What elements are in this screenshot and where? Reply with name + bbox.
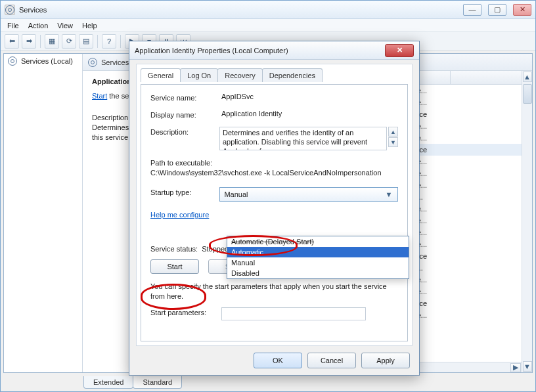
menu-file[interactable]: File [7, 22, 19, 30]
minimize-button[interactable]: — [463, 4, 481, 16]
description-box[interactable]: Determines and verifies the identity of … [219, 127, 387, 150]
apply-button[interactable]: Apply [361, 353, 410, 368]
ok-button[interactable]: OK [254, 353, 302, 368]
col-spacer [451, 71, 461, 84]
tab-dependencies[interactable]: Dependencies [262, 68, 323, 82]
startup-type-dropdown[interactable]: Automatic (Delayed Start) Automatic Manu… [227, 236, 409, 279]
gear-icon [8, 56, 17, 66]
value-service-status: Stopped [202, 245, 229, 253]
menu-help[interactable]: Help [82, 22, 97, 30]
label-start-params: Start parameters: [150, 307, 221, 316]
scroll-down-icon[interactable]: ▼ [523, 361, 532, 372]
toolbar-help-icon[interactable]: ? [102, 34, 116, 49]
label-description: Description: [150, 127, 219, 136]
toolbar-export-icon[interactable]: ▤ [79, 34, 93, 49]
start-link[interactable]: Start [92, 92, 107, 100]
window-title: Services [19, 6, 47, 14]
label-path: Path to executable: [150, 158, 398, 168]
label-service-name: Service name: [150, 93, 221, 102]
tab-recovery[interactable]: Recovery [217, 68, 262, 82]
dialog-close-button[interactable]: ✕ [385, 44, 414, 57]
left-nav: Services (Local) [4, 54, 83, 372]
close-button[interactable]: ✕ [513, 4, 531, 16]
toolbar-refresh-icon[interactable]: ⟳ [62, 34, 76, 49]
general-panel: Service name: AppIDSvc Display name: App… [141, 84, 408, 341]
pane-title: Services [101, 58, 129, 66]
dialog-titlebar: Application Identity Properties (Local C… [129, 41, 419, 60]
detail-desc-label: Description: [92, 114, 130, 121]
scroll-track[interactable] [523, 83, 532, 360]
properties-dialog: Application Identity Properties (Local C… [129, 41, 420, 376]
dialog-title: Application Identity Properties (Local C… [135, 47, 288, 54]
tab-extended[interactable]: Extended [83, 376, 133, 389]
menu-view[interactable]: View [57, 22, 73, 30]
label-service-status: Service status: [150, 245, 198, 253]
scroll-thumb[interactable] [523, 84, 532, 104]
path-block: Path to executable: C:\Windows\system32\… [150, 158, 398, 178]
cancel-button[interactable]: Cancel [307, 353, 356, 368]
bottom-tabbar: Extended Standard [83, 374, 181, 389]
help-configure-link[interactable]: Help me configure [150, 211, 209, 219]
start-button[interactable]: Start [150, 259, 199, 274]
description-scroll: ▲ ▼ [388, 127, 398, 147]
dialog-tabstrip: General Log On Recovery Dependencies [137, 64, 412, 82]
dialog-button-row: OK Cancel Apply [254, 353, 410, 368]
tab-log-on[interactable]: Log On [180, 68, 218, 82]
value-service-name: AppIDSvc [221, 93, 398, 100]
maximize-button[interactable]: ▢ [488, 4, 506, 16]
tab-general[interactable]: General [141, 68, 181, 82]
gear-icon [5, 5, 14, 14]
chevron-down-icon: ▼ [383, 190, 395, 198]
value-display-name: Application Identity [221, 110, 398, 118]
toolbar-properties-icon[interactable]: ▦ [45, 34, 59, 49]
scroll-right-icon[interactable]: ▶ [510, 363, 521, 372]
dialog-body: General Log On Recovery Dependencies Ser… [136, 64, 413, 346]
back-button[interactable]: ⬅ [5, 34, 19, 49]
forward-button[interactable]: ➡ [22, 34, 36, 49]
option-automatic[interactable]: Automatic [227, 247, 409, 257]
option-automatic-delayed[interactable]: Automatic (Delayed Start) [227, 236, 409, 247]
main-titlebar: Services — ▢ ✕ [1, 1, 535, 19]
value-path: C:\Windows\system32\svchost.exe -k Local… [150, 168, 398, 178]
startup-type-combobox[interactable]: Manual ▼ [219, 187, 398, 202]
option-disabled[interactable]: Disabled [227, 268, 409, 278]
menu-action[interactable]: Action [28, 22, 49, 30]
scroll-up-icon[interactable]: ▲ [523, 72, 532, 82]
desc-scroll-down-icon[interactable]: ▼ [388, 137, 398, 147]
tab-standard[interactable]: Standard [133, 376, 182, 389]
menu-bar: File Action View Help [1, 19, 535, 32]
start-params-note: You can specify the start parameters tha… [150, 282, 387, 301]
nav-services-local[interactable]: Services (Local) [8, 56, 78, 66]
desc-scroll-up-icon[interactable]: ▲ [388, 127, 398, 137]
startup-type-value: Manual [224, 190, 248, 198]
start-params-input[interactable] [221, 307, 366, 320]
app-icon [5, 5, 15, 15]
option-manual[interactable]: Manual [227, 257, 409, 268]
gear-icon [88, 58, 97, 67]
vertical-scrollbar[interactable]: ▲ ▼ [522, 71, 532, 372]
label-display-name: Display name: [150, 110, 221, 119]
nav-label: Services (Local) [21, 57, 73, 65]
label-startup-type: Startup type: [150, 187, 219, 196]
